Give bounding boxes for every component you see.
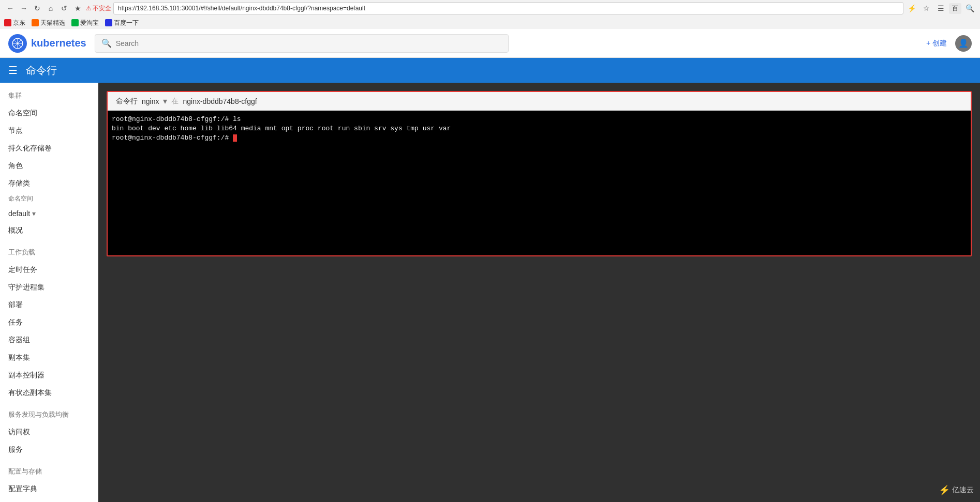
sidebar-item-cronjobs[interactable]: 定时任务 — [0, 261, 98, 279]
search-icon: 🔍 — [101, 38, 112, 48]
namespace-selector[interactable]: default ▾ — [0, 205, 98, 222]
sidebar-item-configmaps[interactable]: 配置字典 — [0, 480, 98, 498]
content-area: 命令行 nginx ▾ 在 nginx-dbddb74b8-cfggf root… — [98, 83, 980, 502]
terminal-header: 命令行 nginx ▾ 在 nginx-dbddb74b8-cfggf — [108, 92, 971, 111]
extensions-button[interactable]: ⚡ — [905, 2, 918, 14]
browser-chrome: ← → ↻ ⌂ ↺ ★ ⚠ 不安全 ⚡ ☆ ☰ 百 🔍 京东 天猫精选 爱淘宝 … — [0, 0, 980, 29]
terminal-pod-name: nginx-dbddb74b8-cfggf — [183, 97, 257, 105]
sidebar-item-nodes[interactable]: 节点 — [0, 122, 98, 140]
bookmark-tianmao-label: 天猫精选 — [40, 19, 65, 27]
sidebar-item-daemonsets[interactable]: 守护进程集 — [0, 279, 98, 296]
sidebar-item-namespace[interactable]: 命名空间 — [0, 104, 98, 122]
forward-button[interactable]: → — [18, 2, 30, 14]
bookmark-star[interactable]: ★ — [71, 2, 84, 14]
aiqiyi-icon — [71, 19, 79, 26]
browser-toolbar: ← → ↻ ⌂ ↺ ★ ⚠ 不安全 ⚡ ☆ ☰ 百 🔍 — [0, 0, 980, 17]
address-bar[interactable] — [113, 2, 903, 14]
workload-section-title: 工作负载 — [0, 239, 98, 261]
tianmao-icon — [32, 19, 39, 26]
jd-icon — [4, 19, 11, 26]
kubernetes-logo: kubernetes — [8, 34, 86, 53]
bookmark-baidu-label: 百度一下 — [114, 19, 139, 27]
service-section-title: 服务发现与负载均衡 — [0, 402, 98, 423]
refresh-button[interactable]: ↻ — [31, 2, 43, 14]
bookmark-tianmao[interactable]: 天猫精选 — [32, 19, 65, 27]
search-bar[interactable]: 🔍 — [95, 34, 509, 53]
k8s-logo-icon — [8, 34, 27, 53]
sidebar-item-storage-class[interactable]: 存储类 — [0, 175, 98, 192]
watermark: ⚡ 亿速云 — [939, 484, 974, 496]
nav-buttons: ← → ↻ ⌂ ↺ ★ — [4, 2, 84, 14]
config-section-title: 配置与存储 — [0, 459, 98, 480]
namespace-dropdown-icon[interactable]: ▾ — [32, 209, 36, 218]
home-button[interactable]: ⌂ — [44, 2, 57, 14]
app-header: kubernetes 🔍 + 创建 👤 — [0, 29, 980, 58]
undo-button[interactable]: ↺ — [58, 2, 70, 14]
sidebar-item-statefulsets[interactable]: 有状态副本集 — [0, 384, 98, 402]
menu-button[interactable]: ☰ — [934, 2, 947, 14]
sidebar-item-ingress[interactable]: 访问权 — [0, 423, 98, 441]
page-header: ☰ 命令行 — [0, 58, 980, 83]
terminal-body[interactable]: root@nginx-dbddb74b8-cfggf:/# ls bin boo… — [108, 111, 971, 255]
user-avatar[interactable]: 👤 — [955, 35, 972, 52]
browser-bookmarks: 京东 天猫精选 爱淘宝 百度一下 — [0, 17, 980, 29]
sidebar-item-roles[interactable]: 角色 — [0, 157, 98, 175]
create-button[interactable]: + 创建 — [926, 39, 947, 48]
bookmark-jd[interactable]: 京东 — [4, 19, 25, 27]
header-actions: + 创建 👤 — [926, 35, 972, 52]
sidebar-item-jobs[interactable]: 任务 — [0, 314, 98, 331]
k8s-logo-text: kubernetes — [31, 37, 86, 49]
bookmark-baidu[interactable]: 百度一下 — [105, 19, 139, 27]
sidebar-item-replication-controllers[interactable]: 副本控制器 — [0, 367, 98, 384]
terminal-line-3: root@nginx-dbddb74b8-cfggf:/# — [112, 133, 967, 143]
watermark-logo: ⚡ — [939, 484, 950, 496]
browser-icon: 百 — [949, 3, 961, 14]
sidebar-item-persistent-volumes[interactable]: 持久化存储卷 — [0, 140, 98, 157]
search-input[interactable] — [116, 39, 502, 48]
baidu-icon — [105, 19, 112, 26]
watermark-text: 亿速云 — [952, 485, 974, 495]
cluster-section-title: 集群 — [0, 83, 98, 104]
terminal-dropdown-arrow[interactable]: ▾ — [163, 96, 167, 106]
main-layout: 集群 命名空间 节点 持久化存储卷 角色 存储类 命名空间 default ▾ … — [0, 83, 980, 502]
sidebar-item-services[interactable]: 服务 — [0, 441, 98, 459]
search-button[interactable]: 🔍 — [963, 2, 976, 14]
namespace-value: default — [8, 209, 30, 218]
sidebar-item-replicasets[interactable]: 副本集 — [0, 349, 98, 367]
terminal-line-1: root@nginx-dbddb74b8-cfggf:/# ls — [112, 115, 967, 124]
terminal-cursor — [233, 134, 237, 142]
terminal-window: 命令行 nginx ▾ 在 nginx-dbddb74b8-cfggf root… — [107, 91, 972, 256]
terminal-container-name: nginx — [142, 97, 159, 105]
namespace-label: 命名空间 — [0, 192, 98, 205]
terminal-line-2: bin boot dev etc home lib lib64 media mn… — [112, 124, 967, 133]
bookmark-aiqiyi-label: 爱淘宝 — [80, 19, 99, 27]
terminal-in-separator: 在 — [171, 97, 179, 106]
bookmark-aiqiyi[interactable]: 爱淘宝 — [71, 19, 99, 27]
hamburger-menu-icon[interactable]: ☰ — [8, 64, 18, 77]
page-title: 命令行 — [26, 64, 57, 78]
sidebar-item-pods[interactable]: 容器组 — [0, 331, 98, 349]
sidebar-item-deployments[interactable]: 部署 — [0, 296, 98, 314]
sidebar-item-overview[interactable]: 概况 — [0, 222, 98, 239]
bookmark-button[interactable]: ☆ — [920, 2, 932, 14]
terminal-cmd-label: 命令行 — [116, 97, 138, 106]
sidebar: 集群 命名空间 节点 持久化存储卷 角色 存储类 命名空间 default ▾ … — [0, 83, 98, 502]
back-button[interactable]: ← — [4, 2, 17, 14]
bookmark-jd-label: 京东 — [13, 19, 25, 27]
security-warning: ⚠ 不安全 — [86, 4, 111, 13]
